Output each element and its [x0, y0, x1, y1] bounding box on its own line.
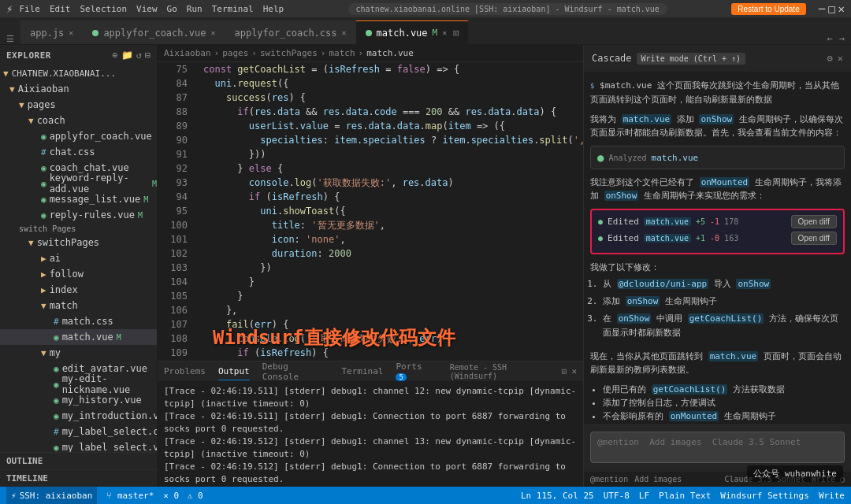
- code-ref: onShow: [626, 296, 660, 306]
- split-panel-icon[interactable]: ⊡: [562, 366, 567, 376]
- menu-run[interactable]: Run: [187, 4, 203, 14]
- git-branch[interactable]: ⑂ master*: [106, 491, 154, 501]
- panel-output[interactable]: [Trace - 02:46:19.511] [stderr] debug1: …: [158, 382, 583, 487]
- tab-ports[interactable]: Ports 5: [396, 358, 437, 385]
- folder-icon: ▶: [41, 285, 46, 295]
- menu-help[interactable]: Help: [263, 4, 284, 14]
- tree-item-chat-css[interactable]: # chat.css: [0, 144, 157, 160]
- split-icon[interactable]: ⊡: [453, 28, 459, 39]
- minimize-icon[interactable]: ─: [819, 2, 825, 15]
- new-file-icon[interactable]: ⊕: [112, 50, 117, 61]
- menu-file[interactable]: File: [19, 4, 40, 14]
- tab-close-icon[interactable]: ✕: [342, 28, 347, 37]
- tab-terminal[interactable]: Terminal: [341, 363, 383, 380]
- tab-output[interactable]: Output: [218, 363, 250, 380]
- restart-button[interactable]: Restart to Update: [731, 3, 805, 15]
- outline-section[interactable]: Outline: [0, 452, 157, 469]
- tab-label: app.js: [30, 28, 64, 39]
- open-diff-button-1[interactable]: Open diff: [791, 215, 837, 228]
- tree-item-ai[interactable]: ▶ ai: [0, 250, 157, 266]
- tree-item-label-vue[interactable]: ◉ my_label_select.vue: [0, 439, 157, 452]
- tree-item-reply-rules[interactable]: ◉ reply-rules.vue M: [0, 207, 157, 223]
- tab-applyfor-coach-css[interactable]: applyfor_coach.css ✕: [225, 20, 355, 44]
- sidebar-toggle-icon[interactable]: ☰: [3, 34, 17, 44]
- tree-item-message-list[interactable]: ◉ message_list.vue M: [0, 191, 157, 207]
- tree-item-my-history[interactable]: ◉ my_history.vue: [0, 392, 157, 408]
- tree-item-edit-nickname[interactable]: ◉ my-edit-nickname.vue: [0, 376, 157, 392]
- modified-badge: M: [117, 333, 121, 342]
- cascade-input[interactable]: [590, 432, 845, 463]
- close-panel-icon[interactable]: ✕: [571, 366, 577, 376]
- tree-item-coach[interactable]: ▼ coach: [0, 113, 157, 128]
- nav-back-icon[interactable]: ←: [827, 33, 833, 44]
- tree-item-match-vue[interactable]: ◉ match.vue M: [0, 329, 157, 345]
- cascade-close-icon[interactable]: ✕: [838, 53, 843, 64]
- cascade-settings-icon[interactable]: ⚙: [827, 53, 833, 64]
- mention-btn[interactable]: @mention: [590, 475, 628, 484]
- open-diff-button-2[interactable]: Open diff: [791, 232, 837, 245]
- folder-expand-icon: ▼: [41, 301, 46, 311]
- menu-edit[interactable]: Edit: [50, 4, 71, 14]
- folder-label: index: [50, 284, 78, 295]
- tab-close-icon[interactable]: ✕: [69, 28, 73, 37]
- sidebar: Explorer ⊕ 📁 ↺ ⊟ ▼ CHATNEW.XIAOBANAI... …: [0, 45, 158, 487]
- file-label: message_list.vue: [50, 194, 141, 205]
- maximize-icon[interactable]: □: [828, 2, 834, 15]
- menu-go[interactable]: Go: [167, 4, 177, 14]
- folder-expand-icon: ▼: [9, 84, 15, 94]
- error-count[interactable]: ✕ 0 ⚠ 0: [163, 491, 203, 501]
- cascade-content[interactable]: $ $match.vue 这个页面我每次跳到这个生命周期时，当从其他页面跳转到这…: [584, 72, 851, 424]
- menu-selection[interactable]: Selection: [80, 4, 127, 14]
- tree-item-match[interactable]: ▼ match: [0, 298, 157, 313]
- tree-item-keyword-reply[interactable]: ◉ keyword-reply-add.vue M: [0, 176, 157, 191]
- search-bar[interactable]: chatnew.xiaobanai.online [SSH: aixiaoban…: [348, 3, 667, 15]
- file-label: my_label_select.css: [62, 426, 157, 437]
- windsurf-settings[interactable]: Windsurf Settings: [720, 491, 809, 501]
- tree-root[interactable]: ▼ CHATNEW.XIAOBANAI...: [0, 65, 157, 81]
- cascade-user-message: $ $match.vue 这个页面我每次跳到这个生命周期时，当从其他页面跳转到这…: [590, 79, 845, 106]
- code-ref: onShow: [617, 313, 652, 324]
- timeline-section[interactable]: Timeline: [0, 469, 157, 487]
- tree-item-follow[interactable]: ▶ follow: [0, 266, 157, 282]
- line-ending-label[interactable]: LF: [639, 491, 649, 501]
- encoding-label[interactable]: UTF-8: [604, 491, 630, 501]
- vue-icon: ◉: [41, 179, 46, 189]
- tree-item-my-intro[interactable]: ◉ my_introduction.vue: [0, 408, 157, 424]
- breadcrumb-part: switchPages: [260, 48, 318, 58]
- tree-item-switchpages[interactable]: ▼ switchPages: [0, 235, 157, 250]
- tree-item-label-css[interactable]: # my_label_select.css: [0, 424, 157, 439]
- tab-problems[interactable]: Problems: [164, 363, 206, 380]
- tab-close-icon[interactable]: ✕: [442, 28, 447, 37]
- tree-item-match-css[interactable]: # match.css: [0, 313, 157, 329]
- tab-app-js[interactable]: app.js ✕: [20, 20, 83, 44]
- write-mode-status[interactable]: Write: [819, 491, 845, 501]
- analysis-text: 我注意到这个文件已经有了 onMounted 生命周期钩子，我将添加 onSho…: [590, 176, 845, 202]
- edit-row-2: ● Edited match.vue +1 -0 163 Open diff: [598, 232, 837, 245]
- remote-icon: ⚡: [11, 491, 17, 501]
- close-icon[interactable]: ✕: [838, 2, 845, 15]
- code-ref: match.vue: [622, 114, 672, 124]
- cursor-position[interactable]: Ln 115, Col 25: [521, 491, 594, 501]
- refresh-icon[interactable]: ↺: [136, 50, 142, 61]
- tab-applyfor-coach-vue[interactable]: applyfor_coach.vue ✕: [83, 20, 225, 44]
- menu-view[interactable]: View: [136, 4, 158, 14]
- code-content[interactable]: const getCoachList = (isRefresh = false)…: [197, 62, 583, 361]
- language-label[interactable]: Plain Text: [659, 491, 711, 501]
- tree-item-pages[interactable]: ▼ pages: [0, 97, 157, 113]
- tab-close-icon[interactable]: ✕: [210, 28, 215, 37]
- tree-item-my[interactable]: ▼ my: [0, 345, 157, 361]
- breadcrumb: Aixiaoban › pages › switchPages › match …: [158, 45, 583, 62]
- tree-item-index[interactable]: ▶ index: [0, 282, 157, 298]
- tree-item-applyfor-coach[interactable]: ◉ applyfor_coach.vue: [0, 128, 157, 144]
- tab-debug-console[interactable]: Debug Console: [262, 358, 329, 385]
- add-images-btn[interactable]: Add images: [634, 475, 682, 484]
- new-folder-icon[interactable]: 📁: [121, 50, 133, 61]
- edit-label: ● Edited match.vue +5 -1 178: [598, 217, 738, 227]
- ssh-label[interactable]: ⚡ SSH: aixiaoban: [6, 487, 97, 504]
- tab-match-vue[interactable]: match.vue M ✕ ⊡: [356, 20, 469, 44]
- nav-forward-icon[interactable]: →: [839, 33, 845, 44]
- code-editor[interactable]: 7584878889 9091929394 95100101102103 104…: [158, 62, 583, 361]
- tree-item-aixiaoban[interactable]: ▼ Aixiaoban: [0, 81, 157, 97]
- collapse-icon[interactable]: ⊟: [145, 50, 151, 61]
- menu-terminal[interactable]: Terminal: [212, 4, 254, 14]
